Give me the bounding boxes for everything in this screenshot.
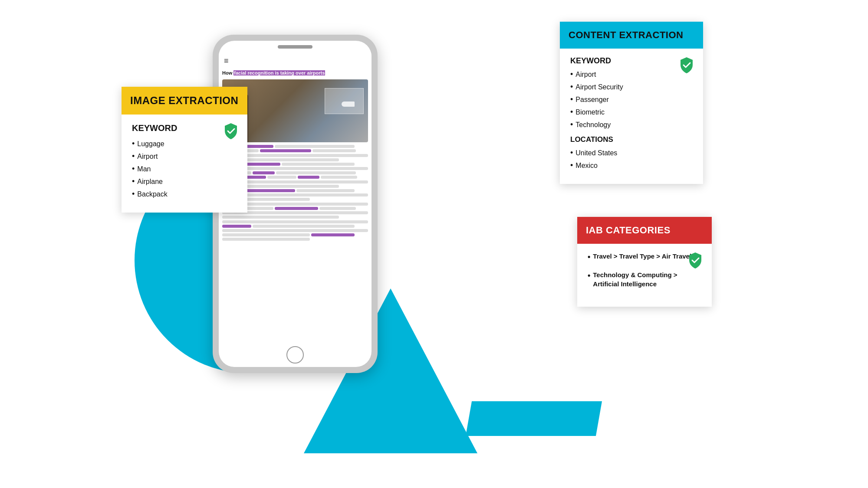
image-extraction-header: IMAGE EXTRACTION [122, 87, 247, 115]
shield-check-icon-content [677, 56, 696, 75]
hamburger-icon: ≡ [222, 55, 368, 67]
image-extraction-body: KEYWORD Luggage Airport Man Airplane Bac… [122, 115, 247, 213]
iab-body: Travel > Travel Type > Air Travel Techno… [577, 244, 712, 307]
image-extraction-card: IMAGE EXTRACTION KEYWORD Luggage Airport… [122, 87, 247, 213]
article-title: How facial recognition is taking over ai… [222, 70, 368, 76]
bg-blue-rect [466, 401, 602, 436]
list-item: Biometric [570, 108, 693, 117]
phone-home-button [286, 346, 304, 364]
iab-item-text-2: Technology & Computing > Artificial Inte… [588, 270, 701, 288]
iab-item-1: Travel > Travel Type > Air Travel [588, 252, 701, 262]
list-item: Airport [132, 152, 237, 161]
list-item: Airport Security [570, 82, 693, 92]
content-keyword-list: Airport Airport Security Passenger Biome… [570, 70, 693, 129]
iab-title: IAB CATEGORIES [586, 225, 703, 236]
content-extraction-title: CONTENT EXTRACTION [569, 29, 694, 41]
list-item: Luggage [132, 139, 237, 148]
content-extraction-card: CONTENT EXTRACTION KEYWORD Airport Airpo… [560, 22, 703, 184]
list-item: Man [132, 164, 237, 174]
content-keyword-label: KEYWORD [570, 56, 693, 66]
list-item: Backpack [132, 190, 237, 199]
iab-item-2: Technology & Computing > Artificial Inte… [588, 270, 701, 288]
content-locations-list: United States Mexico [570, 148, 693, 170]
image-extraction-title: IMAGE EXTRACTION [130, 95, 239, 107]
image-keyword-list: Luggage Airport Man Airplane Backpack [132, 139, 237, 199]
content-extraction-body: KEYWORD Airport Airport Security Passeng… [560, 49, 703, 184]
iab-header: IAB CATEGORIES [577, 217, 712, 244]
list-item: Mexico [570, 161, 693, 170]
shield-check-icon-iab [686, 251, 705, 270]
list-item: United States [570, 148, 693, 157]
airport-window [325, 88, 364, 114]
list-item: Passenger [570, 95, 693, 104]
iab-item-text-1: Travel > Travel Type > Air Travel [588, 252, 701, 262]
article-text-block-5 [222, 220, 368, 241]
list-item: Technology [570, 120, 693, 129]
article-title-highlight: facial recognition is taking over airpor… [233, 70, 325, 75]
shield-check-icon [221, 121, 240, 141]
list-item: Airport [570, 70, 693, 79]
iab-categories-card: IAB CATEGORIES Travel > Travel Type > Ai… [577, 217, 712, 307]
airplane-image [342, 102, 355, 107]
phone-speaker [278, 45, 312, 49]
list-item: Airplane [132, 177, 237, 186]
content-locations-label: LOCATIONS [570, 135, 693, 144]
content-extraction-header: CONTENT EXTRACTION [560, 22, 703, 49]
